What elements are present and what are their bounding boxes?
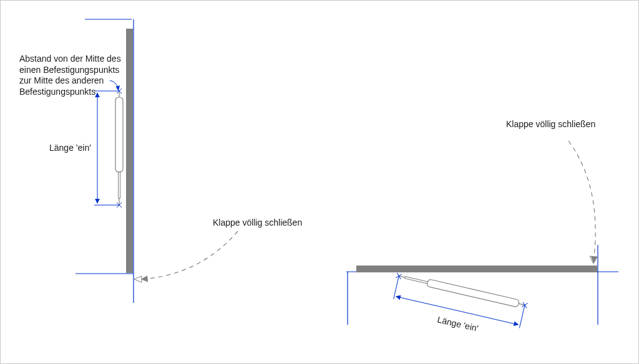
close-arc-left [142,231,238,279]
close-arc-right [568,141,595,262]
svg-rect-17 [405,277,430,284]
diagram-canvas: Abstand von der Mitte des einen Befestig… [0,0,639,364]
svg-rect-18 [427,279,520,307]
right-assembly [346,141,618,328]
close-flap-label-left: Klappe völlig schließen [213,218,302,229]
svg-rect-4 [115,97,123,172]
gas-spring-left [115,89,123,208]
flap-horizontal [356,266,597,272]
svg-rect-5 [119,172,120,198]
length-label-left: Länge 'ein' [49,143,91,154]
svg-line-26 [519,305,525,328]
mount-distance-note: Abstand von der Mitte des einen Befestig… [19,54,125,97]
close-flap-label-right: Klappe völlig schließen [506,119,595,130]
gas-spring-right [396,272,528,309]
flap-vertical [126,29,133,273]
svg-line-25 [394,276,399,299]
svg-line-22 [396,273,402,279]
